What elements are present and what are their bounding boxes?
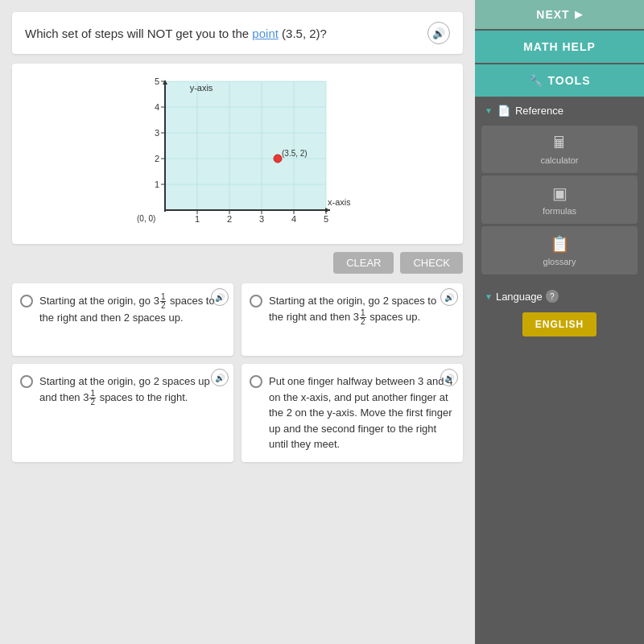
option-c-radio[interactable]: [20, 375, 33, 388]
tools-label: TOOLS: [548, 74, 591, 87]
svg-text:(0, 0): (0, 0): [137, 214, 155, 223]
svg-text:1: 1: [155, 180, 159, 189]
language-header: ▼ Language ?: [475, 283, 644, 309]
glossary-item[interactable]: 📋 glossary: [481, 226, 638, 275]
formulas-icon: ▣: [552, 184, 568, 203]
option-c-volume[interactable]: 🔊: [211, 369, 229, 386]
next-button[interactable]: NEXT ▶: [475, 0, 644, 29]
option-b-text: Starting at the origin, go 2 spaces to t…: [269, 293, 453, 326]
wrench-icon: 🔧: [529, 74, 543, 87]
svg-text:1: 1: [195, 214, 200, 224]
svg-text:3: 3: [259, 214, 264, 224]
option-a-radio[interactable]: [20, 295, 33, 308]
graph-wrapper: 1 2 3 4 5 1 2 3 4 5: [125, 73, 350, 234]
option-a-text: Starting at the origin, go 312 spaces to…: [39, 293, 224, 326]
option-d-text: Put one finger halfway between 3 and 4 o…: [269, 374, 453, 452]
reference-section: ▼ 📄 Reference 🖩 calculator ▣ formulas 📋 …: [475, 98, 644, 277]
svg-text:3: 3: [155, 128, 159, 138]
svg-text:5: 5: [324, 214, 328, 224]
svg-point-36: [274, 155, 282, 163]
option-a-card: Starting at the origin, go 312 spaces to…: [12, 283, 233, 356]
language-help-icon[interactable]: ?: [546, 290, 559, 303]
option-c-card: Starting at the origin, go 2 spaces up a…: [12, 364, 233, 462]
coordinates: (3.5, 2)?: [282, 27, 327, 40]
next-arrow-icon: ▶: [575, 9, 583, 20]
svg-text:2: 2: [227, 214, 232, 224]
question-prefix: Which set of steps will NOT get you to t…: [25, 27, 249, 40]
option-d-card: Put one finger halfway between 3 and 4 o…: [242, 364, 463, 462]
action-buttons: CLEAR CHECK: [12, 252, 463, 274]
glossary-label: glossary: [543, 257, 576, 266]
option-d-volume[interactable]: 🔊: [440, 369, 458, 386]
check-button[interactable]: CHECK: [400, 252, 463, 274]
option-a-volume[interactable]: 🔊: [211, 288, 229, 306]
language-label: Language: [496, 291, 543, 303]
formulas-item[interactable]: ▣ formulas: [481, 175, 638, 224]
options-grid: Starting at the origin, go 312 spaces to…: [12, 283, 463, 462]
point-link[interactable]: point: [252, 27, 279, 40]
main-content: Which set of steps will NOT get you to t…: [0, 0, 475, 644]
coordinate-graph: 1 2 3 4 5 1 2 3 4 5: [125, 73, 350, 234]
svg-text:y-axis: y-axis: [190, 83, 213, 93]
svg-text:4: 4: [291, 214, 296, 224]
option-b-card: Starting at the origin, go 2 spaces to t…: [242, 283, 463, 356]
language-triangle-icon: ▼: [485, 292, 493, 301]
option-c-text: Starting at the origin, go 2 spaces up a…: [39, 374, 224, 407]
svg-text:2: 2: [155, 154, 159, 163]
glossary-icon: 📋: [550, 234, 570, 254]
reference-triangle-icon: ▼: [485, 106, 493, 115]
sidebar: NEXT ▶ MATH HELP 🔧 TOOLS ▼ 📄 Reference 🖩…: [475, 0, 644, 644]
tools-button[interactable]: 🔧 TOOLS: [475, 64, 644, 97]
clear-button[interactable]: CLEAR: [333, 252, 394, 274]
option-b-radio[interactable]: [250, 295, 262, 308]
calculator-icon: 🖩: [551, 134, 568, 152]
option-b-volume[interactable]: 🔊: [440, 288, 458, 306]
graph-container: 1 2 3 4 5 1 2 3 4 5: [12, 64, 463, 244]
reference-icon: 📄: [497, 105, 510, 117]
question-header: Which set of steps will NOT get you to t…: [12, 12, 463, 54]
language-section: ▼ Language ? ENGLISH: [475, 283, 644, 340]
calculator-label: calculator: [540, 155, 578, 165]
header-volume-button[interactable]: 🔊: [427, 22, 450, 44]
option-d-radio[interactable]: [250, 375, 262, 388]
svg-text:x-axis: x-axis: [328, 197, 350, 207]
question-text: Which set of steps will NOT get you to t…: [25, 27, 427, 40]
svg-rect-0: [165, 81, 326, 210]
reference-label: Reference: [515, 105, 564, 117]
next-label: NEXT: [536, 8, 569, 21]
svg-text:(3.5, 2): (3.5, 2): [282, 149, 308, 158]
svg-text:4: 4: [155, 102, 159, 112]
math-help-button[interactable]: MATH HELP: [475, 31, 644, 63]
reference-header: ▼ 📄 Reference: [475, 98, 644, 123]
calculator-item[interactable]: 🖩 calculator: [481, 126, 638, 173]
english-button[interactable]: ENGLISH: [522, 312, 597, 336]
formulas-label: formulas: [543, 206, 576, 216]
svg-text:5: 5: [155, 76, 159, 86]
